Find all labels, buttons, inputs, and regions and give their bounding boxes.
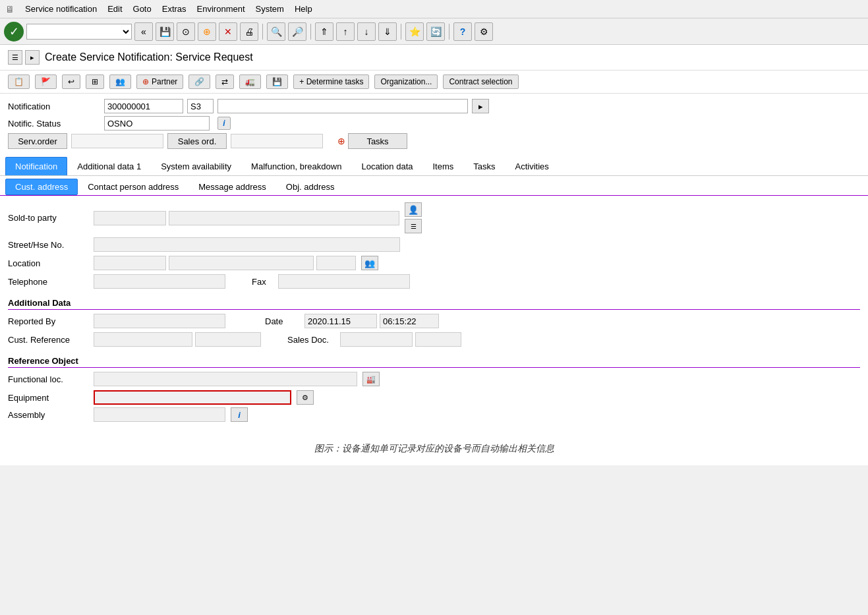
tab-items[interactable]: Items <box>423 157 464 175</box>
notification-code-input[interactable] <box>187 99 214 113</box>
date-input[interactable] <box>304 314 377 328</box>
action-link1-btn[interactable]: 🔗 <box>188 74 210 89</box>
sold-to-party-table-btn[interactable]: ☰ <box>405 219 422 233</box>
sold-to-party-code-input[interactable] <box>94 211 166 225</box>
notification-search-btn[interactable]: ▸ <box>472 99 489 113</box>
toolbar-up-btn[interactable]: ⊕ <box>198 22 216 41</box>
menu-item-service-notification[interactable]: Service notification <box>25 4 97 14</box>
menu-item-goto[interactable]: Goto <box>133 4 152 14</box>
notif-status-input[interactable] <box>104 116 210 131</box>
tab-malfunction-breakdown[interactable]: Malfunction, breakdown <box>241 157 351 175</box>
toolbar-print-btn[interactable]: 🖨 <box>240 22 258 41</box>
action-flag-btn[interactable]: 🚩 <box>35 74 57 89</box>
street-input[interactable] <box>94 237 400 252</box>
assembly-label: Assembly <box>8 410 94 420</box>
fax-input[interactable] <box>278 274 410 289</box>
tab-notification[interactable]: Notification <box>5 157 67 175</box>
additional-data-title: Additional Data <box>8 298 860 310</box>
notification-number-input[interactable] <box>104 99 183 113</box>
reported-by-input[interactable] <box>94 314 225 328</box>
location-code-input[interactable] <box>94 256 166 270</box>
action-truck-btn[interactable]: 🚛 <box>239 74 261 89</box>
menu-item-extras[interactable]: Extras <box>162 4 187 14</box>
telephone-label: Telephone <box>8 277 94 287</box>
action-persons-btn[interactable]: 👥 <box>109 74 131 89</box>
notification-text-input[interactable] <box>217 99 468 113</box>
menu-item-help[interactable]: Help <box>295 4 312 14</box>
toolbar-refresh-btn[interactable]: 🔄 <box>426 22 445 41</box>
action-contract-btn[interactable]: Contract selection <box>443 74 518 89</box>
toolbar-save-btn[interactable]: 💾 <box>156 22 174 41</box>
subtab-cust-address[interactable]: Cust. address <box>5 179 78 195</box>
toolbar-find-next-btn[interactable]: 🔎 <box>288 22 306 41</box>
toolbar-help-btn[interactable]: ? <box>453 22 472 41</box>
menu-item-environment[interactable]: Environment <box>197 4 245 14</box>
toolbar-bookmark-btn[interactable]: ⭐ <box>405 22 424 41</box>
partner-icon: ⊕ <box>142 77 149 86</box>
func-loc-icon-btn[interactable]: 🏭 <box>362 372 380 386</box>
toolbar-find-btn[interactable]: 🔍 <box>267 22 285 41</box>
street-row: Street/Hse No. <box>8 237 860 252</box>
sold-to-party-name-input[interactable] <box>169 211 399 225</box>
green-check-button[interactable]: ✓ <box>4 22 24 42</box>
menu-item-system[interactable]: System <box>256 4 284 14</box>
tab-location-data[interactable]: Location data <box>351 157 422 175</box>
serv-order-input[interactable] <box>71 134 163 148</box>
toolbar-cancel-btn[interactable]: ✕ <box>219 22 237 41</box>
title-icon-list[interactable]: ☰ <box>8 50 22 65</box>
action-checklist-btn[interactable]: 📋 <box>8 74 30 89</box>
location-name-input[interactable] <box>169 256 314 270</box>
subtab-contact-person-address[interactable]: Contact person address <box>78 179 188 195</box>
action-link2-btn[interactable]: ⇄ <box>216 74 234 89</box>
tab-activities[interactable]: Activities <box>506 157 559 175</box>
assembly-info-btn[interactable]: i <box>231 407 248 422</box>
location-extra-input[interactable] <box>316 256 356 270</box>
tasks-btn[interactable]: Tasks <box>348 133 407 149</box>
cust-ref-extra-input[interactable] <box>195 332 261 347</box>
toolbar-next-btn[interactable]: ↓ <box>357 22 376 41</box>
sales-doc-extra-input[interactable] <box>415 332 461 347</box>
assembly-row: Assembly i <box>8 407 860 422</box>
sap-logo-icon: 🖥 <box>5 4 14 15</box>
menu-item-edit[interactable]: Edit <box>107 4 122 14</box>
footer-caption: 图示：设备通知单可记录对应的设备号而自动输出相关信息 <box>0 432 868 465</box>
location-row: Location 👥 <box>8 256 860 270</box>
title-icon-arrow[interactable]: ▸ <box>25 50 40 65</box>
action-grid-btn[interactable]: ⊞ <box>86 74 104 89</box>
assembly-input[interactable] <box>94 407 225 422</box>
func-loc-input[interactable] <box>94 372 357 386</box>
toolbar-last-btn[interactable]: ⇓ <box>378 22 397 41</box>
action-determine-tasks-btn[interactable]: + Determine tasks <box>293 74 369 89</box>
partner-label: Partner <box>152 77 177 86</box>
sold-to-party-person-btn[interactable]: 👤 <box>405 202 422 217</box>
toolbar-back-btn[interactable]: « <box>134 22 153 41</box>
sales-ord-input[interactable] <box>231 134 323 148</box>
toolbar-dropdown[interactable] <box>26 24 132 40</box>
notification-label: Notification <box>8 102 100 111</box>
serv-order-btn[interactable]: Serv.order <box>8 133 67 149</box>
status-info-icon[interactable]: i <box>217 117 231 130</box>
subtab-message-address[interactable]: Message address <box>188 179 276 195</box>
action-save2-btn[interactable]: 💾 <box>266 74 288 89</box>
toolbar-first-btn[interactable]: ⇑ <box>315 22 333 41</box>
toolbar-back2-btn[interactable]: ⊙ <box>177 22 195 41</box>
tab-system-availability[interactable]: System availability <box>151 157 241 175</box>
action-partner-btn[interactable]: ⊕ Partner <box>136 74 183 89</box>
sales-doc-input[interactable] <box>340 332 413 347</box>
equipment-input[interactable] <box>94 390 291 405</box>
toolbar-sep2 <box>310 24 311 40</box>
telephone-input[interactable] <box>94 274 225 289</box>
action-undo-btn[interactable]: ↩ <box>62 74 80 89</box>
equipment-icon-btn[interactable]: ⚙ <box>297 390 314 405</box>
tab-tasks[interactable]: Tasks <box>463 157 505 175</box>
cust-ref-input[interactable] <box>94 332 192 347</box>
location-btn[interactable]: 👥 <box>361 256 378 270</box>
tab-additional-data-1[interactable]: Additional data 1 <box>67 157 151 175</box>
toolbar-prev-btn[interactable]: ↑ <box>336 22 355 41</box>
sales-ord-btn[interactable]: Sales ord. <box>167 133 227 149</box>
toolbar-settings-btn[interactable]: ⚙ <box>475 22 493 41</box>
action-organization-btn[interactable]: Organization... <box>374 74 438 89</box>
subtab-obj-address[interactable]: Obj. address <box>276 179 345 195</box>
action-bar: 📋 🚩 ↩ ⊞ 👥 ⊕ Partner 🔗 ⇄ 🚛 💾 + Determine … <box>0 71 868 94</box>
time-input[interactable] <box>380 314 439 328</box>
